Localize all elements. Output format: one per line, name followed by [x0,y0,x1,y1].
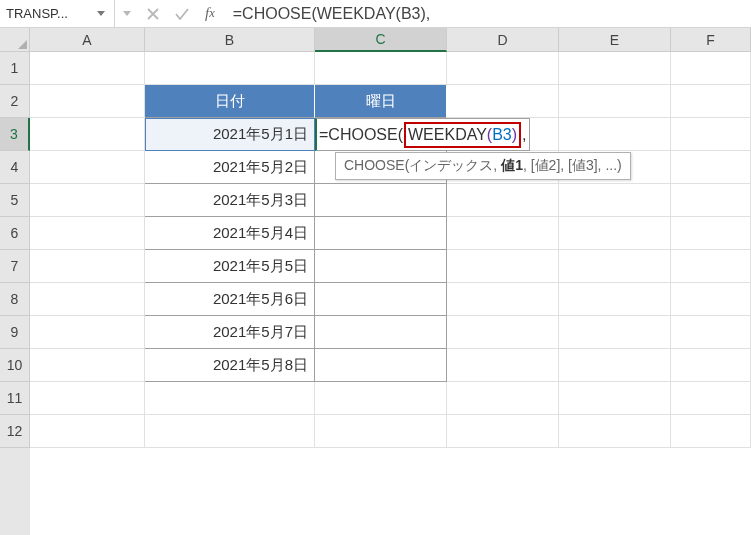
select-all-corner[interactable] [0,28,30,52]
table-cell[interactable]: 2021年5月2日 [145,151,315,184]
row-header[interactable]: 6 [0,217,30,250]
cell[interactable] [30,52,145,85]
cell[interactable] [447,283,559,316]
cell[interactable] [315,52,447,85]
cell[interactable] [671,184,751,217]
cell[interactable] [30,382,145,415]
cell[interactable] [559,52,671,85]
table-cell[interactable] [315,184,447,217]
row-header[interactable]: 2 [0,85,30,118]
cell[interactable] [30,217,145,250]
cell[interactable] [559,316,671,349]
cell[interactable] [559,349,671,382]
cancel-icon[interactable] [147,8,159,20]
cell[interactable] [671,382,751,415]
row-header[interactable]: 4 [0,151,30,184]
col-header[interactable]: E [559,28,671,52]
cell[interactable] [559,415,671,448]
cell[interactable] [671,283,751,316]
table-cell[interactable] [315,250,447,283]
col-header[interactable]: F [671,28,751,52]
cell[interactable] [315,415,447,448]
table-cell[interactable] [315,283,447,316]
cell[interactable] [447,316,559,349]
cell-b3[interactable]: 2021年5月1日 [145,118,315,151]
col-header[interactable]: B [145,28,315,52]
table-cell[interactable] [315,349,447,382]
cell[interactable] [559,184,671,217]
name-box-dropdown-icon[interactable] [94,0,108,27]
table-cell[interactable]: 2021年5月8日 [145,349,315,382]
tooltip-sep: , [493,157,501,173]
row-header[interactable]: 1 [0,52,30,85]
table-cell[interactable]: 2021年5月3日 [145,184,315,217]
formula-text: WEEKDAY [408,126,487,144]
formula-text: , [522,126,526,144]
cell[interactable] [145,415,315,448]
table-header-weekday[interactable]: 曜日 [315,85,447,118]
enter-icon[interactable] [175,8,189,20]
cell[interactable] [671,250,751,283]
cell-reference: B3 [492,126,512,144]
cell[interactable] [447,415,559,448]
row-header[interactable]: 5 [0,184,30,217]
cell[interactable] [559,283,671,316]
table-cell[interactable]: 2021年5月7日 [145,316,315,349]
cell[interactable] [559,382,671,415]
cell[interactable] [30,118,145,151]
cell[interactable] [671,151,751,184]
row-header[interactable]: 7 [0,250,30,283]
cell[interactable] [671,217,751,250]
cell[interactable] [30,349,145,382]
cell[interactable] [30,250,145,283]
cell[interactable] [559,217,671,250]
cell[interactable] [30,184,145,217]
cell[interactable] [30,151,145,184]
cell[interactable] [559,250,671,283]
cell[interactable] [447,349,559,382]
cell[interactable] [671,349,751,382]
cell[interactable] [30,85,145,118]
cell[interactable] [30,415,145,448]
cell[interactable] [30,283,145,316]
cell[interactable] [145,52,315,85]
table-cell[interactable] [315,217,447,250]
row-header[interactable]: 9 [0,316,30,349]
cell[interactable] [559,85,671,118]
cell[interactable] [447,217,559,250]
formula-bar-input[interactable]: =CHOOSE(WEEKDAY(B3), [223,0,751,27]
cell[interactable] [671,415,751,448]
col-header[interactable]: C [315,28,447,52]
table-cell[interactable]: 2021年5月4日 [145,217,315,250]
row-header[interactable]: 12 [0,415,30,448]
name-box[interactable]: TRANSP... [0,0,115,27]
formula-expand-icon[interactable] [123,11,131,16]
cell[interactable] [671,316,751,349]
row-header[interactable]: 3 [0,118,30,151]
cell[interactable] [447,184,559,217]
row-header[interactable]: 10 [0,349,30,382]
cell[interactable] [315,382,447,415]
fx-icon[interactable]: fx [205,5,215,22]
col-header[interactable]: A [30,28,145,52]
cell[interactable] [671,85,751,118]
cell[interactable] [447,85,559,118]
cell[interactable] [447,52,559,85]
cell[interactable] [30,316,145,349]
cell[interactable] [447,250,559,283]
cell[interactable] [671,52,751,85]
table-cell[interactable]: 2021年5月5日 [145,250,315,283]
cell[interactable] [447,382,559,415]
row-header[interactable]: 11 [0,382,30,415]
table-cell[interactable]: 2021年5月6日 [145,283,315,316]
table-header-date[interactable]: 日付 [145,85,315,118]
cell-c3-editing[interactable]: =CHOOSE(WEEKDAY(B3), CHOOSE(インデックス, 値1, … [315,118,447,151]
cell[interactable] [145,382,315,415]
cell[interactable] [671,118,751,151]
col-header[interactable]: D [447,28,559,52]
cell-editor[interactable]: =CHOOSE(WEEKDAY(B3), [315,118,530,151]
cell[interactable] [559,118,671,151]
row-header[interactable]: 8 [0,283,30,316]
table-cell[interactable] [315,316,447,349]
formula-text: ) [512,126,517,144]
